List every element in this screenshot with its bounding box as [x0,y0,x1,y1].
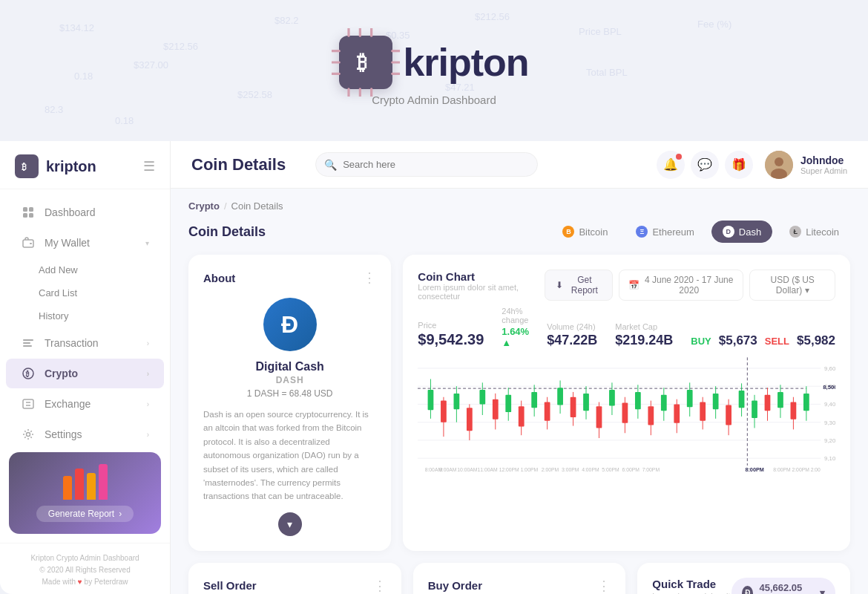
sidebar: ₿ kripton ☰ Dashboard My Wallet ▾ [0,141,171,594]
hero-title: kripton [403,40,528,85]
user-name: Johndoe [800,154,847,166]
coin-rate: 1 DASH = 68.48 USD [203,388,376,399]
chart-title: Coin Chart [418,270,544,283]
sidebar-brand-label: kripton [46,158,96,175]
sidebar-item-card-list[interactable]: Card List [0,281,170,304]
quick-trade-card: Quick Trade Lorem ipsum dolor sit amet, … [637,563,850,594]
sell-order-menu-icon[interactable]: ⋮ [373,578,387,594]
transaction-chevron-icon: › [147,339,149,347]
chart-card: Coin Chart Lorem ipsum dolor sit amet, c… [403,255,850,551]
breadcrumb-parent[interactable]: Crypto [188,200,220,212]
hamburger-icon[interactable]: ☰ [143,158,155,174]
svg-rect-52 [454,394,460,409]
generate-report-button[interactable]: Generate Report › [36,506,134,522]
date-range-picker[interactable]: 📅 4 June 2020 - 17 June 2020 [619,270,743,301]
tab-ethereum[interactable]: Ξ Ethereum [625,221,705,243]
tab-bitcoin[interactable]: B Bitcoin [551,221,619,243]
search-input[interactable] [315,152,538,177]
gift-button[interactable]: 🎁 [725,151,753,179]
promo-illustration [63,464,108,500]
footer-line2: © 2020 All Rights Reserved [12,564,158,576]
heart-icon: ♥ [78,578,82,586]
svg-rect-62 [519,406,525,426]
change-arrow-icon: ▲ [502,337,511,348]
sidebar-brand-icon: ₿ [20,160,33,173]
footer-line3: Made with ♥ by Peterdraw [12,576,158,588]
svg-text:9,300: 9,300 [824,420,835,426]
tab-litecoin-label: Litecoin [806,226,839,238]
tab-dash[interactable]: D Dash [711,221,772,243]
message-icon: 💬 [697,157,712,172]
gift-icon: 🎁 [731,157,746,172]
buy-sell-section: BUY $5,673 SELL $5,982 [691,333,835,348]
svg-text:2:00: 2:00 [811,467,821,472]
quick-trade-header: Quick Trade Lorem ipsum dolor sit amet, … [652,578,835,594]
coin-tabs: B Bitcoin Ξ Ethereum D Dash Ł Litecoin [551,221,850,243]
about-card-title: About [203,272,235,284]
tab-litecoin[interactable]: Ł Litecoin [778,221,850,243]
sidebar-item-settings[interactable]: Settings › [6,420,164,443]
sidebar-item-dashboard[interactable]: Dashboard [6,198,164,227]
svg-rect-19 [30,243,32,244]
sidebar-item-history[interactable]: History [0,304,170,327]
volume-label: Volume (24h) [547,322,597,331]
svg-rect-60 [506,395,512,412]
crypto-chevron-icon: › [147,370,149,378]
currency-selector[interactable]: USD ($ US Dollar) ▾ [749,270,835,301]
messages-button[interactable]: 💬 [691,151,719,179]
sidebar-logo-icon: ₿ [15,154,39,178]
sidebar-footer: Kripton Crypto Admin Dashboard © 2020 Al… [0,543,170,594]
hero-section: ₿ kripton Crypto Admin Dashboard [0,0,868,141]
svg-rect-88 [687,390,693,407]
content-area: Crypto / Coin Details Coin Details B Bit… [171,189,868,594]
buy-order-header: Buy Order ⋮ [428,578,611,594]
svg-text:8:00PM: 8:00PM [746,466,764,473]
svg-text:2:00PM: 2:00PM [542,467,559,472]
stat-change: 24h% change 1.64% ▲ [502,307,529,348]
bell-icon: 🔔 [663,157,678,172]
notification-badge [676,154,682,160]
svg-rect-76 [609,390,615,405]
get-report-button[interactable]: ⬇ Get Report [545,270,613,301]
about-card-menu-icon[interactable]: ⋮ [363,270,376,286]
sidebar-item-label-card-list: Card List [39,287,77,298]
quick-trade-coin-icon: Đ [742,586,753,594]
coin-logo-char: Đ [281,311,298,339]
buy-order-menu-icon[interactable]: ⋮ [597,578,611,594]
transaction-icon [21,336,36,350]
sidebar-item-add-new[interactable]: Add New [0,258,170,281]
user-details: Johndoe Super Admin [800,154,847,175]
sidebar-item-exchange[interactable]: Exchange › [6,389,164,419]
topbar-actions: 🔔 💬 🎁 [657,151,847,179]
user-info: Johndoe Super Admin [765,151,847,179]
quick-trade-selector[interactable]: Đ 45,662.05 DASH ▾ [731,578,835,594]
user-role: Super Admin [800,166,847,175]
buy-label: BUY [691,336,711,347]
sell-label: SELL [765,336,789,347]
scroll-down-button[interactable]: ▾ [278,512,302,536]
buy-price: $5,673 [719,333,757,348]
get-report-label: Get Report [568,275,602,296]
sidebar-item-wallet[interactable]: My Wallet ▾ [6,228,164,258]
svg-rect-104 [791,402,797,420]
ethereum-dot-icon: Ξ [636,226,648,238]
sidebar-item-transaction[interactable]: Transaction › [6,328,164,358]
svg-text:₿: ₿ [22,162,27,172]
cards-grid: About ⋮ Đ Digital Cash DASH 1 DASH = 68.… [188,255,850,551]
exchange-chevron-icon: › [147,400,149,408]
sidebar-item-crypto[interactable]: ₿ Crypto › [6,359,164,388]
breadcrumb-current: Coin Details [231,200,283,212]
sidebar-item-label-add-new: Add New [39,264,78,275]
notification-button[interactable]: 🔔 [657,151,685,179]
price-stats: Price $9,542.39 24h% change 1.64% ▲ Volu… [418,307,835,348]
sell-price: $5,982 [797,333,835,348]
chart-title-group: Coin Chart Lorem ipsum dolor sit amet, c… [418,270,544,301]
quick-trade-dropdown-icon: ▾ [820,587,825,594]
avatar [765,151,793,179]
svg-text:10:00AM: 10:00AM [458,467,478,472]
svg-text:₿: ₿ [25,370,30,378]
about-content: Đ Digital Cash DASH 1 DASH = 68.48 USD D… [203,298,376,503]
chart-svg: 9,600 9,500 8,500 9,400 9,300 9,200 9,10… [418,356,835,474]
svg-rect-22 [23,345,32,347]
sell-order-title: Sell Order [203,579,257,592]
